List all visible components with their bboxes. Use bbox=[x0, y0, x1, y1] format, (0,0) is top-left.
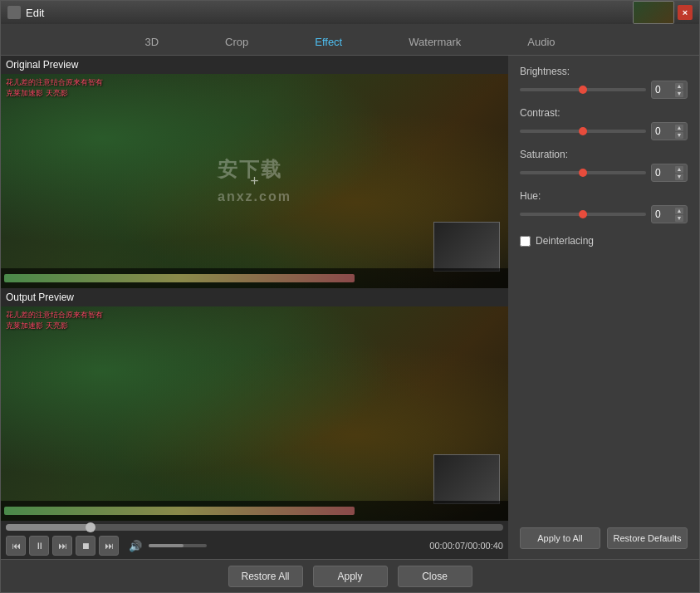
contrast-label: Contrast: bbox=[520, 107, 688, 119]
brightness-value: 0 bbox=[655, 84, 661, 96]
time-display: 00:00:07/00:00:40 bbox=[429, 541, 503, 551]
close-button[interactable]: × bbox=[678, 5, 693, 20]
close-bottom-button[interactable]: Close bbox=[398, 566, 472, 587]
deinterlacing-checkbox[interactable] bbox=[520, 236, 531, 247]
contrast-thumb[interactable] bbox=[579, 127, 587, 135]
output-webcam-overlay bbox=[433, 454, 500, 504]
tab-watermark[interactable]: Watermark bbox=[375, 29, 494, 55]
brightness-slider[interactable] bbox=[520, 88, 646, 91]
main-window: Edit × 3D Crop Effect Watermark Audio Or… bbox=[0, 0, 700, 593]
panel-buttons: Apply to All Restore Defaults bbox=[520, 519, 688, 549]
output-preview-frame: 花儿差的注意结合原来有智有 克莱加速影 天亮影 bbox=[1, 306, 508, 521]
next-button[interactable]: ⏭ bbox=[99, 536, 119, 556]
output-overlay-text: 花儿差的注意结合原来有智有 克莱加速影 天亮影 bbox=[6, 310, 103, 331]
tab-bar: 3D Crop Effect Watermark Audio bbox=[1, 24, 699, 56]
contrast-down-arrow[interactable]: ▼ bbox=[675, 132, 683, 139]
saturation-slider[interactable] bbox=[520, 171, 646, 174]
saturation-up-arrow[interactable]: ▲ bbox=[675, 166, 683, 173]
brightness-thumb[interactable] bbox=[579, 86, 587, 94]
saturation-thumb[interactable] bbox=[579, 169, 587, 177]
saturation-row: Saturation: 0 ▲ ▼ bbox=[520, 149, 688, 182]
contrast-row: Contrast: 0 ▲ ▼ bbox=[520, 107, 688, 140]
brightness-spinner[interactable]: 0 ▲ ▼ bbox=[651, 81, 688, 99]
output-preview-section: Output Preview 花儿差的注意结合原来有智有 克莱加速影 天亮影 bbox=[1, 288, 508, 521]
brightness-up-arrow[interactable]: ▲ bbox=[675, 83, 683, 90]
apply-button[interactable]: Apply bbox=[313, 566, 388, 587]
contrast-arrows: ▲ ▼ bbox=[675, 125, 683, 139]
hue-value: 0 bbox=[655, 208, 661, 220]
contrast-up-arrow[interactable]: ▲ bbox=[675, 125, 683, 131]
brightness-label: Brightness: bbox=[520, 66, 688, 77]
stop-icon: ⏹ bbox=[81, 541, 91, 551]
original-game-bg: 花儿差的注意结合原来有智有 克莱加速影 天亮影 + 安下载 anxz.com bbox=[1, 74, 508, 288]
crosshair-icon: + bbox=[250, 173, 259, 190]
contrast-slider-row: 0 ▲ ▼ bbox=[520, 122, 688, 140]
hue-up-arrow[interactable]: ▲ bbox=[675, 208, 683, 214]
saturation-value: 0 bbox=[655, 167, 661, 179]
skip-forward-button[interactable]: ⏭ bbox=[52, 536, 72, 556]
tab-crop[interactable]: Crop bbox=[192, 29, 281, 55]
bottom-bar: Restore All Apply Close bbox=[1, 559, 699, 592]
brightness-slider-row: 0 ▲ ▼ bbox=[520, 81, 688, 99]
overlay-line2: 克莱加速影 天亮影 bbox=[6, 89, 68, 97]
contrast-value: 0 bbox=[655, 125, 661, 137]
hue-arrows: ▲ ▼ bbox=[675, 208, 683, 222]
restore-defaults-button[interactable]: Restore Defaults bbox=[607, 527, 688, 549]
main-content: Original Preview 花儿差的注意结合原来有智有 克莱加速影 天亮影… bbox=[1, 56, 699, 559]
title-bar-right: × bbox=[633, 1, 693, 24]
app-icon bbox=[7, 6, 21, 19]
original-overlay-text: 花儿差的注意结合原来有智有 克莱加速影 天亮影 bbox=[6, 77, 103, 98]
thumbnail-preview bbox=[633, 1, 674, 24]
deinterlacing-label: Deinterlacing bbox=[536, 235, 594, 247]
both-previews: Original Preview 花儿差的注意结合原来有智有 克莱加速影 天亮影… bbox=[1, 56, 508, 521]
progress-fill bbox=[6, 524, 91, 531]
output-hud-inner bbox=[4, 507, 355, 515]
saturation-down-arrow[interactable]: ▼ bbox=[675, 174, 683, 180]
preview-area: Original Preview 花儿差的注意结合原来有智有 克莱加速影 天亮影… bbox=[1, 56, 508, 559]
saturation-arrows: ▲ ▼ bbox=[675, 166, 683, 180]
window-title: Edit bbox=[26, 7, 633, 19]
output-game-bg: 花儿差的注意结合原来有智有 克莱加速影 天亮影 bbox=[1, 306, 508, 521]
hue-down-arrow[interactable]: ▼ bbox=[675, 215, 683, 222]
saturation-spinner[interactable]: 0 ▲ ▼ bbox=[651, 164, 688, 182]
contrast-slider[interactable] bbox=[520, 130, 646, 133]
output-overlay-line1: 花儿差的注意结合原来有智有 bbox=[6, 311, 103, 319]
tab-effect[interactable]: Effect bbox=[281, 29, 375, 55]
progress-bar[interactable] bbox=[6, 524, 503, 531]
hue-thumb[interactable] bbox=[579, 210, 587, 218]
output-overlay-line2: 克莱加速影 天亮影 bbox=[6, 321, 68, 330]
skip-forward-icon: ⏭ bbox=[58, 541, 67, 551]
volume-bar[interactable] bbox=[149, 544, 207, 547]
contrast-spinner[interactable]: 0 ▲ ▼ bbox=[651, 122, 688, 140]
skip-back-button[interactable]: ⏮ bbox=[6, 536, 26, 556]
original-webcam-overlay bbox=[433, 222, 500, 272]
hue-row: Hue: 0 ▲ ▼ bbox=[520, 190, 688, 223]
progress-thumb[interactable] bbox=[86, 522, 95, 532]
restore-all-button[interactable]: Restore All bbox=[228, 566, 303, 587]
original-hud-bar bbox=[1, 268, 508, 288]
original-preview-label: Original Preview bbox=[1, 56, 508, 74]
output-preview-label: Output Preview bbox=[1, 288, 508, 306]
tab-3d[interactable]: 3D bbox=[111, 29, 192, 55]
hue-slider-row: 0 ▲ ▼ bbox=[520, 205, 688, 223]
apply-to-all-button[interactable]: Apply to All bbox=[520, 527, 600, 549]
stop-button[interactable]: ⏹ bbox=[76, 536, 95, 556]
settings-panel: Brightness: 0 ▲ ▼ Contrast: bbox=[508, 56, 699, 559]
volume-icon: 🔊 bbox=[129, 540, 142, 552]
volume-fill bbox=[149, 544, 184, 547]
title-bar: Edit × bbox=[1, 1, 699, 24]
next-icon: ⏭ bbox=[105, 541, 114, 551]
controls-row: ⏮ ⏸ ⏭ ⏹ ⏭ 🔊 bbox=[6, 536, 503, 556]
original-hud-inner bbox=[4, 274, 355, 282]
thumb-inner bbox=[634, 2, 673, 23]
overlay-line1: 花儿差的注意结合原来有智有 bbox=[6, 78, 103, 86]
original-preview-frame: 花儿差的注意结合原来有智有 克莱加速影 天亮影 + 安下载 anxz.com bbox=[1, 74, 508, 288]
hue-spinner[interactable]: 0 ▲ ▼ bbox=[651, 205, 688, 223]
video-controls: ⏮ ⏸ ⏭ ⏹ ⏭ 🔊 bbox=[1, 521, 508, 559]
tab-audio[interactable]: Audio bbox=[494, 29, 588, 55]
skip-back-icon: ⏮ bbox=[12, 541, 21, 551]
pause-button[interactable]: ⏸ bbox=[29, 536, 49, 556]
hue-slider[interactable] bbox=[520, 213, 646, 216]
brightness-down-arrow[interactable]: ▼ bbox=[675, 91, 683, 97]
watermark-url: anxz.com bbox=[218, 189, 291, 203]
